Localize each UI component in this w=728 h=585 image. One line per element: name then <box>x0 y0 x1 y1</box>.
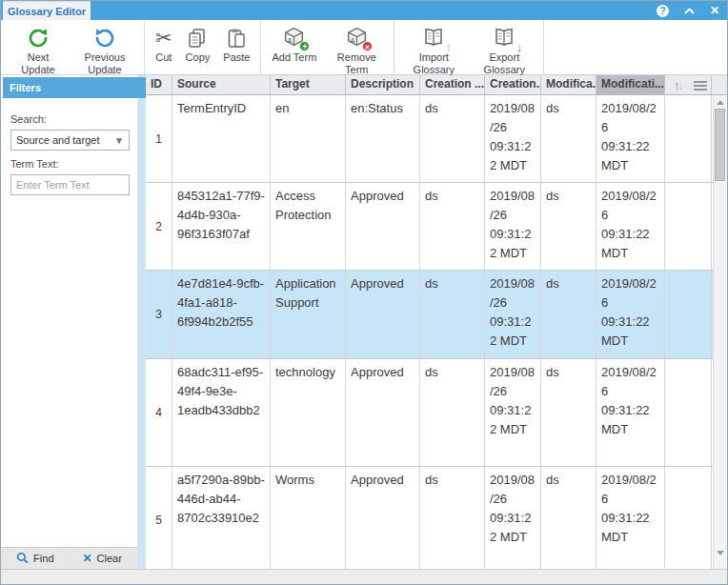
vertical-scrollbar[interactable] <box>713 95 727 569</box>
table-cell[interactable]: TermEntryID <box>172 95 271 182</box>
row-id-cell[interactable]: 3 <box>146 271 172 358</box>
paste-button[interactable]: Paste <box>216 23 256 64</box>
table-cell[interactable]: 2019/08/26 09:31:22 MDT <box>485 183 541 270</box>
copy-button[interactable]: Copy <box>179 23 217 64</box>
main-area: Filters Search: Source and target ▼ Term… <box>1 75 727 569</box>
table-cell[interactable]: ds <box>420 359 485 466</box>
table-cell[interactable]: ds <box>541 95 597 182</box>
table-cell[interactable]: 4e7d81e4-9cfb-4fa1-a818-6f994b2b2f55 <box>172 271 271 358</box>
next-update-button[interactable]: Next Update <box>7 23 70 76</box>
table-body: 1TermEntryIDenen:Statusds2019/08/26 09:3… <box>146 95 713 569</box>
table-cell[interactable] <box>665 95 712 182</box>
column-header-creation[interactable]: Creation ... <box>420 75 485 94</box>
table-cell[interactable]: Application Support <box>271 271 346 358</box>
clear-button[interactable]: ✕ Clear <box>83 552 122 565</box>
table-cell[interactable]: 2019/08/26 09:31:22 MDT <box>597 183 665 270</box>
panel-splitter[interactable] <box>137 75 146 569</box>
table-cell[interactable]: 68adc311-ef95-49f4-9e3e-1eadb433dbb2 <box>172 359 271 466</box>
table-cell[interactable]: 2019/08/26 09:31:22 MDT <box>597 95 665 182</box>
table-row[interactable]: 468adc311-ef95-49f4-9e3e-1eadb433dbb2tec… <box>146 359 713 467</box>
import-glossary-button[interactable]: ↑ Import Glossary <box>398 23 469 76</box>
copy-icon <box>186 25 209 50</box>
column-header-target[interactable]: Target <box>271 75 346 94</box>
table-row[interactable]: 2845312a1-77f9-4d4b-930a-96f3163f07afAcc… <box>146 183 713 271</box>
column-header-description[interactable]: Description <box>346 75 420 94</box>
table-cell[interactable]: Worms <box>271 467 346 569</box>
table-cell[interactable] <box>665 183 712 270</box>
column-header-modifica[interactable]: Modifica... <box>541 75 597 94</box>
table-header-columns: IDSourceTargetDescriptionCreation ...Cre… <box>146 75 712 94</box>
close-icon[interactable]: ✕ <box>710 5 719 16</box>
table-cell[interactable]: Approved <box>346 271 420 358</box>
scroll-up-icon[interactable] <box>717 100 724 105</box>
row-id-cell[interactable]: 4 <box>146 359 172 466</box>
table-cell[interactable]: ds <box>420 95 485 182</box>
column-header-creation[interactable]: Creation... <box>485 75 541 94</box>
glossary-table: IDSourceTargetDescriptionCreation ...Cre… <box>146 75 727 569</box>
table-cell[interactable]: ds <box>541 359 597 466</box>
column-menu-icon[interactable] <box>694 81 707 91</box>
previous-update-button[interactable]: Previous Update <box>70 23 140 76</box>
column-header-id[interactable]: ID <box>146 75 172 94</box>
column-header-modificati[interactable]: Modificati... <box>597 75 665 94</box>
row-id-cell[interactable]: 5 <box>146 467 172 569</box>
table-cell[interactable]: ds <box>420 467 485 569</box>
table-header-tools: ↑↓ <box>674 75 707 95</box>
table-cell[interactable]: ds <box>541 467 597 569</box>
table-cell[interactable]: 2019/08/26 09:31:22 MDT <box>485 95 541 182</box>
table-cell[interactable]: 2019/08/26 09:31:22 MDT <box>485 467 541 569</box>
clear-icon: ✕ <box>83 552 92 565</box>
refresh-previous-icon <box>93 25 116 50</box>
scrollbar-thumb[interactable] <box>715 109 725 181</box>
cut-icon: ✂ <box>155 25 172 50</box>
table-cell[interactable]: 2019/08/26 09:31:22 MDT <box>597 359 665 466</box>
table-row[interactable]: 34e7d81e4-9cfb-4fa1-a818-6f994b2b2f55App… <box>146 271 713 359</box>
table-cell[interactable] <box>665 467 712 569</box>
cut-button[interactable]: ✂ Cut <box>149 23 179 64</box>
table-cell[interactable]: Access Protection <box>271 183 346 270</box>
table-cell[interactable]: 2019/08/26 09:31:22 MDT <box>485 271 541 358</box>
table-cell[interactable]: a5f7290a-89bb-446d-ab44-8702c33910e2 <box>172 467 271 569</box>
toolbar-group-terms: A + Add Term A ✕ Remove Term <box>261 20 394 74</box>
table-cell[interactable]: ds <box>420 183 485 270</box>
column-header-source[interactable]: Source <box>172 75 271 94</box>
remove-term-button[interactable]: A ✕ Remove Term <box>323 23 390 76</box>
table-cell[interactable] <box>665 359 712 466</box>
tab-glossary-editor[interactable]: Glossary Editor <box>3 1 91 20</box>
table-row[interactable]: 5a5f7290a-89bb-446d-ab44-8702c33910e2Wor… <box>146 467 713 569</box>
search-scope-select[interactable]: Source and target ▼ <box>10 130 130 151</box>
table-cell[interactable] <box>665 271 712 358</box>
table-cell[interactable]: en:Status <box>346 95 420 182</box>
collapse-icon[interactable] <box>684 8 695 14</box>
table-row[interactable]: 1TermEntryIDenen:Statusds2019/08/26 09:3… <box>146 95 713 183</box>
help-icon[interactable]: ? <box>657 5 669 17</box>
filters-panel-header: Filters <box>3 77 137 98</box>
table-cell[interactable]: 2019/08/26 09:31:22 MDT <box>597 467 665 569</box>
table-cell[interactable]: 2019/08/26 09:31:22 MDT <box>597 271 665 358</box>
export-glossary-button[interactable]: ↓ Export Glossary <box>469 23 539 76</box>
table-cell[interactable]: 845312a1-77f9-4d4b-930a-96f3163f07af <box>172 183 271 270</box>
find-button[interactable]: Find <box>16 552 53 566</box>
table-cell[interactable]: ds <box>541 271 597 358</box>
table-cell[interactable]: technology <box>271 359 346 466</box>
table-cell[interactable]: ds <box>541 183 597 270</box>
paste-icon <box>225 25 248 50</box>
add-term-button[interactable]: A + Add Term <box>265 23 323 64</box>
table-cell[interactable]: Approved <box>346 183 420 270</box>
table-cell[interactable]: ds <box>420 271 485 358</box>
filters-panel-body: Search: Source and target ▼ Term Text: <box>1 98 137 547</box>
find-label: Find <box>33 553 53 564</box>
table-cell[interactable]: Approved <box>346 467 420 569</box>
row-id-cell[interactable]: 1 <box>146 95 172 182</box>
row-id-cell[interactable]: 2 <box>146 183 172 270</box>
sort-icon[interactable]: ↑↓ <box>674 79 681 92</box>
toolbar-group-clipboard: ✂ Cut Copy Paste <box>145 20 261 74</box>
term-text-input[interactable] <box>10 174 130 195</box>
table-cell[interactable]: Approved <box>346 359 420 466</box>
export-glossary-icon: ↓ <box>492 25 516 50</box>
toolbar-group-updates: Next Update Previous Update <box>3 20 145 74</box>
scroll-down-icon[interactable] <box>717 551 724 555</box>
search-icon <box>16 552 29 566</box>
table-cell[interactable]: 2019/08/26 09:31:22 MDT <box>485 359 541 466</box>
table-cell[interactable]: en <box>271 95 346 182</box>
